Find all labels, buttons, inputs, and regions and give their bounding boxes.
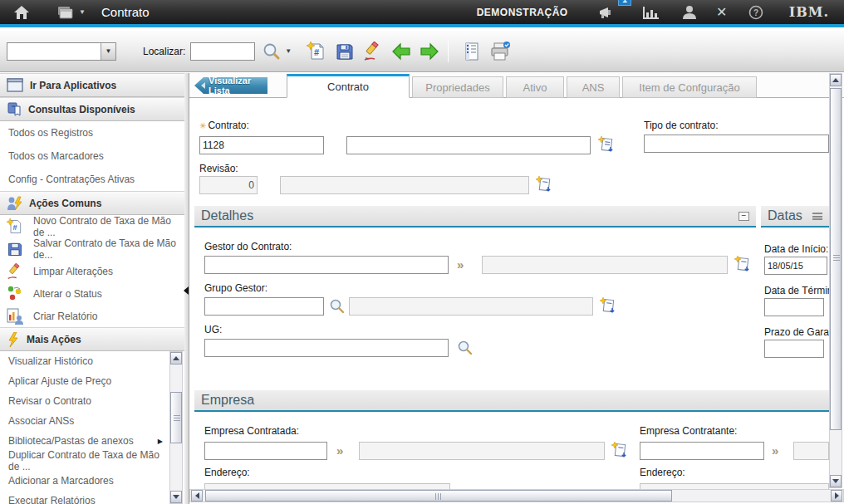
main-hscroll-thumb[interactable] [205, 490, 672, 502]
required-icon: ✳ [199, 121, 206, 130]
long-description-icon[interactable] [598, 136, 615, 153]
contrato-desc-input[interactable] [346, 136, 591, 154]
search-button[interactable] [260, 40, 283, 63]
prazo-garantia-input[interactable] [764, 340, 824, 358]
home-button[interactable] [3, 0, 40, 26]
reports-header-button[interactable] [635, 0, 668, 26]
section-menu-icon[interactable] [812, 213, 822, 220]
tab-item-configuracao[interactable]: Item de Confguração [622, 76, 757, 98]
tab-ativo[interactable]: Ativo [506, 76, 564, 98]
minimize-section-icon[interactable]: − [738, 212, 749, 221]
save-icon [7, 241, 23, 257]
query-combobox-input[interactable] [7, 43, 97, 60]
grupo-gestor-input[interactable] [204, 297, 324, 316]
main-vertical-scrollbar[interactable] [829, 73, 842, 488]
next-record-button[interactable] [418, 40, 441, 63]
search-menu-caret-icon[interactable]: ▼ [285, 47, 292, 55]
sidebar-action-visualizar-historico[interactable]: Visualizar Histórico [0, 351, 184, 371]
prazo-garantia-label: Prazo de Garantia: [764, 326, 829, 338]
tab-ans[interactable]: ANS [567, 76, 620, 98]
previous-record-button[interactable] [390, 40, 413, 63]
item-label: Adicionar a Marcadores [8, 475, 114, 487]
data-inicio-input[interactable] [764, 257, 827, 275]
tipo-contrato-input[interactable] [644, 135, 829, 153]
empresa-contratada-input[interactable] [204, 442, 327, 460]
clear-changes-button[interactable] [361, 40, 385, 63]
eraser-icon [7, 263, 23, 280]
scroll-left-button[interactable] [191, 490, 203, 502]
section-label: Ações Comuns [29, 198, 101, 209]
common-actions-icon [7, 196, 22, 211]
sidebar-action-associar-anss[interactable]: Associar ANSs [0, 411, 184, 431]
goto-applications-button[interactable]: ▼ [52, 0, 90, 26]
sidebar-scrollbar[interactable] [169, 351, 183, 504]
scroll-right-button[interactable] [831, 490, 842, 502]
arrow-left-icon [391, 42, 411, 61]
item-label: Config - Contratações Ativas [8, 174, 135, 185]
sidebar-action-limpar-alteracoes[interactable]: Limpar Alterações [0, 260, 184, 282]
main-vscroll-thumb[interactable] [830, 88, 842, 430]
sidebar-section-mais-acoes[interactable]: Mais Ações [0, 327, 184, 351]
long-description-icon[interactable] [600, 297, 616, 314]
sidebar-action-aplicar-ajuste-preco[interactable]: Aplicar Ajuste de Preço [0, 371, 184, 391]
lookup-icon[interactable] [329, 298, 346, 315]
sidebar-item-todos-os-registros[interactable]: Todos os Registros [0, 121, 184, 144]
contrato-input[interactable] [199, 136, 324, 154]
scroll-up-button[interactable] [170, 352, 182, 365]
ug-input[interactable] [204, 339, 449, 357]
section-label: Mais Ações [27, 334, 81, 345]
scroll-up-button[interactable] [830, 74, 842, 86]
lookup-icon[interactable] [457, 340, 474, 356]
data-termino-input[interactable] [764, 298, 824, 316]
announcements-button[interactable]: 1 [590, 0, 623, 26]
sidebar-action-alterar-status[interactable]: Alterar o Status [0, 282, 184, 305]
sidebar-action-criar-relatorio[interactable]: Criar Relatório [0, 305, 184, 327]
localizar-input[interactable] [190, 42, 255, 61]
visualizar-lista-button[interactable]: Visualizar Lista [194, 77, 267, 94]
sidebar-item-todos-os-marcadores[interactable]: Todos os Marcadores [0, 144, 184, 168]
sidebar-action-novo-contrato[interactable]: # Novo Contrato de Taxa de Mão de ... [0, 215, 184, 237]
empresa-section-header: Empresa [194, 390, 829, 412]
ibm-logo: IBM. [789, 4, 829, 20]
scroll-down-button[interactable] [830, 475, 842, 487]
close-button[interactable]: ✕ [708, 0, 736, 26]
sidebar-action-duplicar-contrato[interactable]: Duplicar Contrato de Taxa de Mão de ... [0, 451, 184, 471]
new-record-button[interactable]: # [305, 40, 328, 63]
item-label: Revisar o Contrato [8, 395, 91, 407]
sidebar-section-consultas-disponiveis[interactable]: Consultas Disponíveis [0, 97, 184, 121]
sidebar-action-salvar-contrato[interactable]: Salvar Contrato de Taxa de Mão de... [0, 237, 184, 260]
sidebar-item-config-contratacoes-ativas[interactable]: Config - Contratações Ativas [0, 168, 184, 191]
long-description-icon[interactable] [734, 256, 751, 272]
section-title: Datas [768, 208, 802, 223]
save-button[interactable] [333, 40, 356, 63]
main-horizontal-scrollbar[interactable] [189, 489, 844, 502]
sidebar-action-adicionar-marcadores[interactable]: Adicionar a Marcadores [0, 471, 184, 491]
sidebar-action-executar-relatorios[interactable]: Executar Relatórios [0, 491, 184, 504]
gestor-desc-input [482, 256, 728, 274]
query-combobox[interactable]: ▼ [7, 42, 116, 61]
tab-propriedades[interactable]: Propriedades [412, 76, 503, 98]
submenu-arrow-icon: ▶ [158, 438, 163, 445]
help-button[interactable]: ? [741, 0, 771, 26]
long-description-icon[interactable] [536, 176, 552, 193]
detail-menu-icon[interactable]: » [772, 443, 777, 458]
sidebar-action-biblioteca-pastas-anexos[interactable]: Biblioteca/Pastas de anexos ▶ [0, 431, 184, 451]
queries-icon [7, 102, 22, 117]
gestor-contrato-input[interactable] [204, 256, 449, 274]
profile-button[interactable] [675, 0, 704, 26]
combobox-caret-icon[interactable]: ▼ [101, 43, 115, 60]
long-description-icon[interactable] [611, 442, 628, 458]
print-button[interactable] [488, 40, 512, 63]
sidebar-scroll-thumb[interactable] [170, 392, 182, 443]
detail-menu-icon[interactable]: » [336, 443, 341, 458]
sidebar-section-acoes-comuns[interactable]: Ações Comuns [0, 191, 184, 215]
scroll-down-button[interactable] [170, 491, 182, 503]
tab-strip: Visualizar Lista Contrato Propriedades A… [189, 73, 844, 98]
sidebar-section-ir-para-aplicativos[interactable]: Ir Para Aplicativos [0, 73, 184, 97]
detail-menu-icon[interactable]: » [457, 257, 462, 272]
sidebar-action-revisar-contrato[interactable]: Revisar o Contrato [0, 391, 184, 411]
empresa-contratante-input[interactable] [640, 442, 764, 460]
revisao-label: Revisão: [199, 163, 238, 174]
tab-contrato[interactable]: Contrato [287, 74, 410, 98]
reports-button[interactable] [460, 40, 483, 63]
